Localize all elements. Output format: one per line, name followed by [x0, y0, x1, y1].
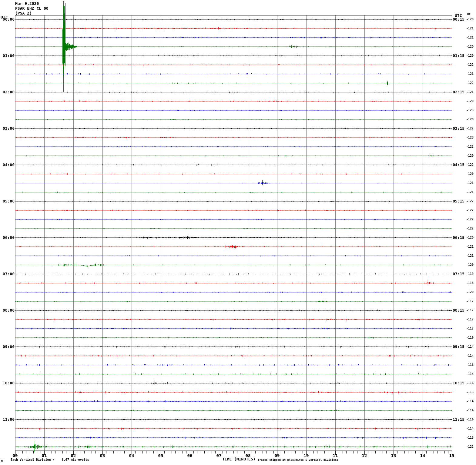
dc-value: -120: [466, 118, 476, 121]
dc-value: -113: [466, 390, 476, 394]
dc-value: -120: [466, 45, 476, 48]
x-tick-label: 11: [330, 453, 340, 458]
dc-value: -120: [466, 154, 476, 157]
dc-value: -116: [466, 381, 476, 385]
dc-value: -121: [466, 72, 476, 75]
x-tick-label: 06: [185, 453, 195, 458]
dc-value: -116: [466, 418, 476, 421]
dc-value: -114: [466, 372, 476, 376]
hour-label-left: 10:00: [0, 381, 15, 385]
dc-value: -116: [466, 336, 476, 339]
dc-value: -122: [466, 81, 476, 85]
dc-value: -122: [466, 227, 476, 230]
dc-value: -121: [466, 254, 476, 257]
x-tick-label: 10: [301, 453, 311, 458]
dc-value: -113: [466, 436, 476, 439]
dc-column-header: DC: [467, 13, 471, 16]
dc-value: -122: [466, 209, 476, 212]
hour-label-left: 01:00: [0, 53, 15, 58]
dc-value: -120: [466, 99, 476, 103]
x-tick-label: 15: [447, 453, 457, 458]
time-axis-label: TIME (MINUTES): [222, 457, 256, 461]
x-tick-label: 02: [69, 453, 78, 458]
scale-note: Each Vertical Division = 6.67 microvolts: [11, 458, 89, 461]
dc-value: -117: [466, 327, 476, 330]
dc-value: -122: [466, 218, 476, 221]
dc-value: -114: [466, 354, 476, 357]
dc-value: -117: [466, 309, 476, 312]
plot-title-channel: (PSA Z): [15, 11, 32, 16]
hour-label-left: 02:00: [0, 90, 15, 94]
x-tick-label: 09: [272, 453, 282, 458]
dc-value: -120: [466, 263, 476, 266]
dc-value: -114: [466, 345, 476, 348]
hour-label-left: 11:00: [0, 417, 15, 422]
dc-value: -121: [466, 181, 476, 185]
plot-title-date: Mar 9,2026: [15, 1, 39, 6]
hour-label-left: 03:00: [0, 126, 15, 131]
dc-value: -123: [466, 136, 476, 139]
dc-value: -114: [466, 427, 476, 430]
dc-value: -122: [466, 445, 476, 448]
x-tick-label: 14: [418, 453, 427, 458]
x-tick-label: 12: [360, 453, 369, 458]
hour-label-left: 08:00: [0, 308, 15, 313]
x-tick-label: 03: [98, 453, 107, 458]
dc-value: -120: [466, 54, 476, 57]
helicorder-screenshot-root: Mar 9,2026 PSAR EHZ CL 00 (PSA Z) UTC UT…: [0, 0, 476, 465]
dc-value: -121: [466, 90, 476, 94]
x-tick-label: 00: [10, 453, 20, 458]
x-tick-label: 01: [39, 453, 49, 458]
dc-value: -119: [466, 272, 476, 276]
dc-value: -117: [466, 299, 476, 303]
corner-mark: M: [1, 460, 3, 463]
x-tick-label: 05: [156, 453, 166, 458]
x-tick-label: 04: [127, 453, 136, 458]
dc-value: -123: [466, 109, 476, 112]
hour-label-left: 06:00: [0, 235, 15, 240]
dc-value: -120: [466, 18, 476, 21]
dc-value: -121: [466, 190, 476, 194]
dc-value: -118: [466, 281, 476, 285]
seismogram-plot-canvas: [0, 0, 476, 465]
hour-label-left: 04:00: [0, 162, 15, 167]
hour-label-left: 07:00: [0, 272, 15, 276]
clip-note: Traces clipped at plus/minus 5 vertical …: [258, 458, 338, 461]
dc-value: -122: [466, 63, 476, 66]
hour-label-left: 05:00: [0, 199, 15, 203]
dc-value: -114: [466, 409, 476, 412]
dc-value: -120: [466, 236, 476, 239]
dc-value: -114: [466, 400, 476, 403]
x-tick-label: 13: [389, 453, 398, 458]
dc-value: -122: [466, 145, 476, 148]
dc-value: -116: [466, 363, 476, 366]
dc-value: -121: [466, 27, 476, 30]
dc-value: -122: [466, 127, 476, 130]
plot-title-station: PSAR EHZ CL 00: [15, 6, 49, 11]
hour-label-left: 00:00: [0, 17, 15, 22]
dc-value: -121: [466, 36, 476, 39]
hour-label-left: 09:00: [0, 344, 15, 349]
dc-value: -122: [466, 199, 476, 203]
dc-value: -117: [466, 318, 476, 321]
dc-value: -120: [466, 290, 476, 294]
dc-value: -122: [466, 163, 476, 166]
dc-value: -120: [466, 172, 476, 176]
dc-value: -121: [466, 245, 476, 248]
